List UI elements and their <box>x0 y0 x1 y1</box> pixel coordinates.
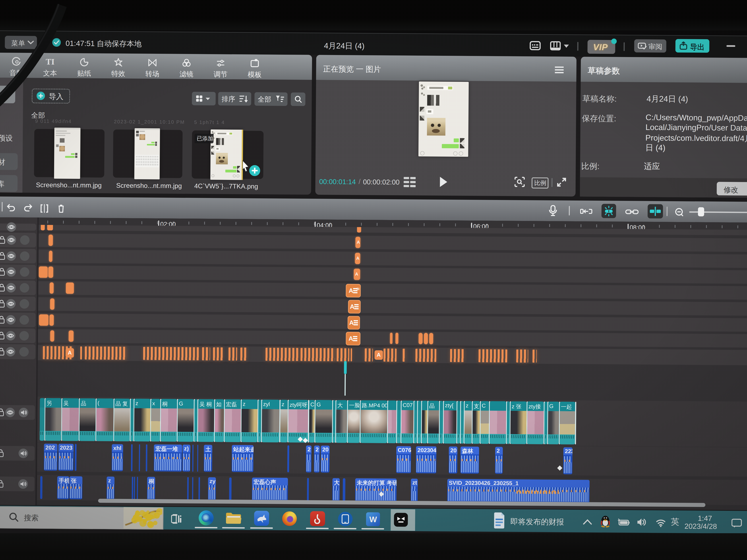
svg-text:A: A <box>349 287 353 294</box>
svg-text:A: A <box>349 319 354 326</box>
svg-text:A: A <box>350 303 354 310</box>
svg-text:A: A <box>349 335 353 342</box>
